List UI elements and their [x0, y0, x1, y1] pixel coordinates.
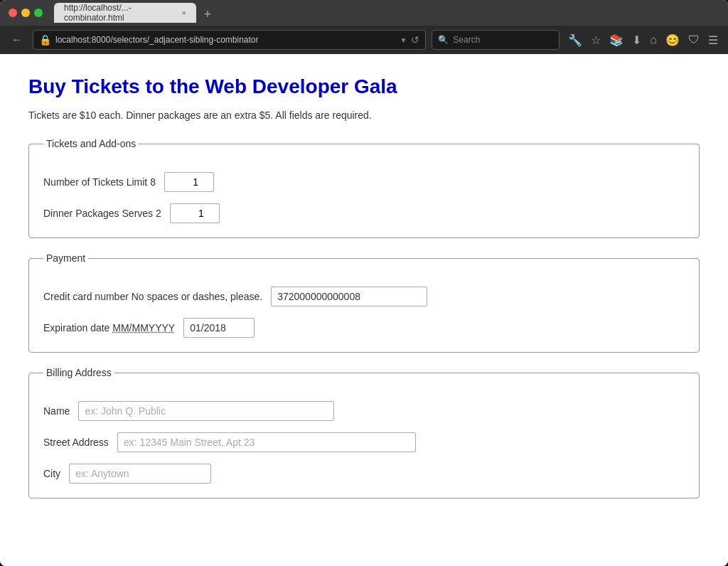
tickets-fieldset: Tickets and Add-ons Number of Tickets Li… [28, 138, 700, 238]
smiley-icon[interactable]: 😊 [663, 31, 682, 50]
browser-tab[interactable]: http://localhost/...-combinator.html × [54, 3, 196, 23]
url-text: localhost:8000/selectors/_adjacent-sibli… [55, 35, 395, 45]
browser-window: http://localhost/...-combinator.html × +… [0, 0, 728, 566]
cc-input[interactable] [271, 287, 427, 306]
bookmarks-list-icon[interactable]: 📚 [606, 31, 626, 50]
payment-legend: Payment [43, 252, 88, 264]
search-bar[interactable]: 🔍 Search [432, 30, 560, 50]
nav-icons: 🔧 ☆ 📚 ⬇ ⌂ 😊 🛡 ☰ [565, 31, 721, 50]
minimize-button[interactable] [21, 9, 30, 17]
city-label: City [43, 468, 60, 479]
title-bar: http://localhost/...-combinator.html × + [0, 0, 728, 26]
tools-icon[interactable]: 🔧 [565, 31, 585, 50]
street-row: Street Address [43, 432, 685, 452]
city-row: City [43, 464, 685, 484]
page-description: Tickets are $10 each. Dinner packages ar… [28, 110, 700, 121]
tab-bar: http://localhost/...-combinator.html × + [54, 3, 719, 23]
tickets-label: Number of Tickets Limit 8 [43, 176, 156, 188]
shield-icon[interactable]: 🛡 [685, 31, 702, 49]
search-icon: 🔍 [438, 35, 449, 45]
name-row: Name [43, 401, 685, 421]
bookmark-icon[interactable]: ☆ [588, 31, 604, 50]
tickets-input[interactable] [164, 172, 214, 192]
dinner-row: Dinner Packages Serves 2 [43, 203, 685, 223]
billing-legend: Billing Address [43, 367, 114, 378]
street-input[interactable] [117, 432, 416, 452]
cc-row: Credit card number No spaces or dashes, … [43, 287, 685, 306]
exp-label: Expiration date MM/MMYYYY [43, 322, 175, 333]
tab-title: http://localhost/...-combinator.html [64, 3, 176, 23]
url-bar[interactable]: 🔒 localhost:8000/selectors/_adjacent-sib… [33, 30, 426, 50]
nav-bar: ← 🔒 localhost:8000/selectors/_adjacent-s… [0, 26, 728, 54]
city-input[interactable] [69, 464, 211, 484]
name-input[interactable] [78, 401, 334, 421]
dinner-label: Dinner Packages Serves 2 [43, 208, 161, 219]
exp-row: Expiration date MM/MMYYYY [43, 318, 685, 338]
home-icon[interactable]: ⌂ [647, 31, 660, 49]
name-label: Name [43, 405, 70, 417]
page-content: Buy Tickets to the Web Developer Gala Ti… [0, 54, 728, 566]
street-label: Street Address [43, 437, 109, 448]
refresh-icon[interactable]: ↺ [411, 34, 419, 46]
download-icon[interactable]: ⬇ [629, 31, 644, 50]
exp-input[interactable] [183, 318, 255, 338]
exp-format: MM/MMYYYY [112, 322, 175, 333]
traffic-lights [9, 9, 43, 17]
tab-close-icon[interactable]: × [182, 9, 186, 17]
back-button[interactable]: ← [7, 31, 27, 49]
tickets-row: Number of Tickets Limit 8 [43, 172, 685, 192]
close-button[interactable] [9, 9, 17, 17]
page-title: Buy Tickets to the Web Developer Gala [28, 75, 700, 98]
maximize-button[interactable] [34, 9, 43, 17]
tickets-legend: Tickets and Add-ons [43, 138, 139, 149]
menu-icon[interactable]: ☰ [705, 31, 721, 50]
billing-fieldset: Billing Address Name Street Address City [28, 367, 700, 498]
lock-icon: 🔒 [39, 34, 51, 46]
search-placeholder: Search [453, 35, 480, 45]
url-dropdown-icon[interactable]: ▼ [400, 36, 407, 44]
new-tab-button[interactable]: + [199, 6, 216, 23]
payment-fieldset: Payment Credit card number No spaces or … [28, 252, 700, 353]
cc-label: Credit card number No spaces or dashes, … [43, 291, 262, 302]
dinner-input[interactable] [170, 203, 220, 223]
